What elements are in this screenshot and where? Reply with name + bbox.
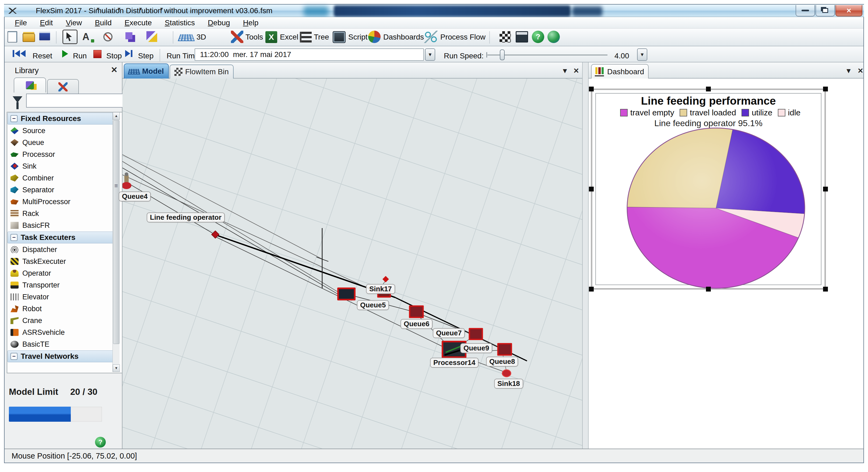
- menu-item-view[interactable]: View: [59, 18, 88, 28]
- model-limit-help-icon[interactable]: ?: [95, 437, 106, 447]
- collapse-icon[interactable]: −: [10, 234, 18, 241]
- run-speed-dropdown[interactable]: ▼: [637, 48, 647, 61]
- 3d-view-icon[interactable]: [178, 34, 195, 41]
- library-tools-tab[interactable]: [47, 79, 79, 94]
- object-label-queue7[interactable]: Queue7: [433, 328, 465, 338]
- collapse-icon[interactable]: −: [10, 353, 18, 360]
- library-item-sink[interactable]: Sink: [7, 160, 122, 172]
- run-speed-slider-thumb[interactable]: [500, 49, 505, 60]
- object-label-queue9[interactable]: Queue9: [460, 343, 492, 353]
- selection-handle[interactable]: [823, 87, 828, 92]
- tools-button[interactable]: Tools: [245, 33, 263, 41]
- dashboard-pane-dropdown-icon[interactable]: ▼: [845, 67, 852, 75]
- object-label-sink17[interactable]: Sink17: [366, 284, 395, 294]
- library-group-travel-networks[interactable]: −Travel Networks: [7, 350, 115, 362]
- new-model-button[interactable]: [7, 31, 17, 42]
- library-item-taskexecuter[interactable]: TaskExecuter: [7, 256, 122, 267]
- menu-item-statistics[interactable]: Statistics: [158, 18, 201, 28]
- selection-handle[interactable]: [706, 87, 711, 92]
- pointer-tool-button[interactable]: [62, 30, 78, 44]
- line-feeding-operator-object[interactable]: [212, 231, 219, 238]
- edit-objects-tool-icon[interactable]: [125, 32, 132, 39]
- model-pane-close-icon[interactable]: ✕: [573, 67, 579, 75]
- library-objects-tab[interactable]: [14, 77, 46, 93]
- pie-chart-svg[interactable]: [622, 124, 810, 296]
- library-item-elevator[interactable]: Elevator: [7, 291, 122, 303]
- tab-flowitem-bin[interactable]: FlowItem Bin: [169, 65, 234, 78]
- object-label-line-feeding-operator[interactable]: Line feeding operator: [147, 212, 225, 223]
- object-label-queue6[interactable]: Queue6: [401, 319, 433, 329]
- save-model-button[interactable]: [39, 32, 50, 42]
- tab-dashboard[interactable]: Dashboard: [591, 64, 649, 79]
- highlight-dropdown-icon[interactable]: ▼: [159, 6, 164, 12]
- run-speed-slider[interactable]: [488, 55, 608, 56]
- sink18-object[interactable]: [502, 370, 511, 377]
- tab-model[interactable]: Model: [124, 64, 169, 78]
- menu-item-edit[interactable]: Edit: [33, 18, 59, 28]
- queue6-object[interactable]: [410, 306, 423, 317]
- collapse-icon[interactable]: −: [10, 115, 18, 122]
- pane-splitter[interactable]: [582, 62, 589, 448]
- conveyor-object[interactable]: [338, 288, 355, 300]
- library-item-multiprocessor[interactable]: MultiProcessor: [7, 196, 122, 208]
- workspace-layout-icon[interactable]: [499, 31, 511, 42]
- menu-item-file[interactable]: File: [8, 18, 33, 28]
- reset-button[interactable]: Reset: [33, 52, 52, 60]
- menu-item-debug[interactable]: Debug: [201, 18, 237, 28]
- library-item-source[interactable]: Source: [7, 125, 122, 137]
- library-group-fixed-resources[interactable]: −Fixed Resources: [7, 113, 115, 125]
- tree-icon[interactable]: [300, 32, 312, 42]
- library-item-dispatcher[interactable]: Dispatcher: [7, 244, 122, 256]
- network-node[interactable]: [382, 276, 389, 282]
- object-label-queue8[interactable]: Queue8: [486, 357, 518, 367]
- scrollbar-thumb[interactable]: ≡: [113, 120, 120, 344]
- stop-button[interactable]: Stop: [106, 52, 122, 60]
- library-item-operator[interactable]: Operator: [7, 267, 122, 279]
- selection-handle[interactable]: [589, 87, 594, 92]
- disconnect-dropdown-icon[interactable]: ▼: [117, 6, 121, 12]
- model-pane-dropdown-icon[interactable]: ▼: [561, 67, 568, 75]
- library-scrollbar[interactable]: ▲ ≡ ▼: [113, 112, 120, 372]
- menu-item-build[interactable]: Build: [89, 18, 118, 28]
- stop-icon[interactable]: [93, 50, 101, 58]
- dashboard-pane-close-icon[interactable]: ✕: [858, 67, 863, 75]
- 3d-view-button[interactable]: 3D: [196, 33, 206, 41]
- scroll-up-icon[interactable]: ▲: [113, 112, 120, 120]
- script-button[interactable]: Script: [348, 33, 368, 41]
- selection-handle[interactable]: [589, 187, 594, 192]
- library-close-icon[interactable]: ✕: [111, 65, 118, 74]
- library-filter-input[interactable]: [26, 94, 125, 108]
- highlight-tool-icon[interactable]: [147, 31, 157, 42]
- library-item-basicte[interactable]: BasicTE: [7, 338, 122, 350]
- selection-handle[interactable]: [823, 187, 828, 192]
- menu-item-execute[interactable]: Execute: [118, 18, 158, 28]
- queue4-object[interactable]: [122, 182, 131, 189]
- disconnect-tool-icon[interactable]: [103, 32, 113, 41]
- library-item-queue[interactable]: Queue: [7, 137, 122, 148]
- library-group-task-executers[interactable]: −Task Executers: [7, 232, 115, 243]
- library-item-processor[interactable]: Processor: [7, 148, 122, 160]
- library-item-asrsvehicle[interactable]: ASRSvehicle: [7, 327, 122, 338]
- close-button[interactable]: ×: [835, 5, 862, 16]
- library-item-rack[interactable]: Rack: [7, 208, 122, 220]
- queue8-object[interactable]: [498, 344, 512, 355]
- object-label-processor14[interactable]: Processor14: [430, 358, 478, 368]
- object-label-queue4[interactable]: Queue4: [119, 192, 151, 201]
- show-window-icon[interactable]: [516, 31, 528, 42]
- step-button[interactable]: Step: [138, 52, 154, 60]
- process-flow-icon[interactable]: [424, 31, 438, 43]
- object-label-sink18[interactable]: Sink18: [494, 379, 523, 389]
- edit-objects-dropdown-icon[interactable]: ▼: [138, 6, 143, 12]
- script-icon[interactable]: [333, 31, 346, 43]
- library-item-basicfr[interactable]: BasicFR: [7, 220, 122, 231]
- excel-button[interactable]: Excel: [280, 33, 298, 41]
- minimize-button[interactable]: [796, 5, 815, 16]
- run-time-dropdown[interactable]: ▼: [425, 48, 435, 61]
- selection-handle[interactable]: [589, 287, 594, 292]
- scroll-down-icon[interactable]: ▼: [113, 364, 120, 372]
- library-item-combiner[interactable]: Combiner: [7, 172, 122, 184]
- object-label-queue5[interactable]: Queue5: [357, 300, 389, 310]
- open-model-button[interactable]: [23, 33, 35, 42]
- selection-handle[interactable]: [706, 287, 711, 292]
- step-icon[interactable]: [125, 50, 132, 57]
